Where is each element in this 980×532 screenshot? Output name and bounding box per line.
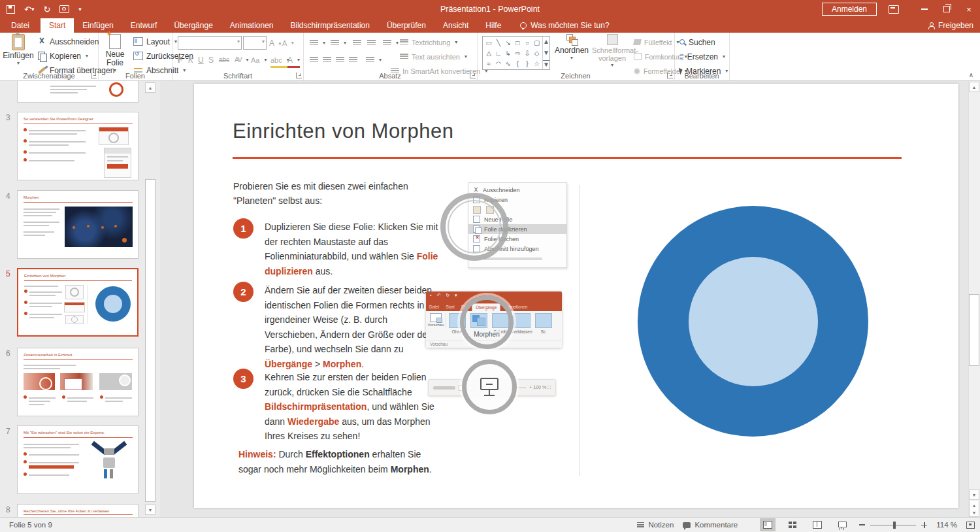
next-slide-button[interactable]: ▼ [969,508,979,517]
clipboard-dialog-launcher[interactable] [91,73,97,78]
scroll-down-icon[interactable]: ▼ [543,49,549,56]
scrollbar-thumb[interactable] [145,179,155,502]
change-case-button[interactable]: Aa [251,54,267,66]
justify-button[interactable] [349,54,357,66]
align-center-button[interactable] [323,54,331,66]
zoom-in-button[interactable] [921,522,927,528]
thumbnail-scrollbar[interactable]: ▲ ▼ [145,81,156,517]
replace-button[interactable]: abacErsetzen [679,50,725,63]
shape-right-brace-icon[interactable]: } [523,58,532,69]
character-spacing-button[interactable]: AV [235,54,248,66]
tab-datei[interactable]: Datei [0,18,41,33]
shape-elbow-icon[interactable]: ∟ [494,48,504,58]
tab-ansicht[interactable]: Ansicht [434,18,477,33]
grow-font-button[interactable]: A▲ [269,37,282,49]
bold-button[interactable]: F [178,54,182,66]
tab-einfuegen[interactable]: Einfügen [74,18,122,33]
drawing-dialog-launcher[interactable] [667,73,673,78]
font-dialog-launcher[interactable] [296,73,302,78]
more-shapes-icon[interactable]: ▼ [543,60,549,68]
scroll-up-button[interactable]: ▲ [145,82,155,93]
shape-rounded-rectangle-icon[interactable]: ▢ [532,37,542,48]
scroll-down-button[interactable]: ▼ [145,505,155,515]
shape-elbow-arrow-icon[interactable]: ↳ [503,48,513,58]
slideshow-view-button[interactable] [834,518,850,531]
slide-sorter-view-button[interactable] [785,518,800,531]
canvas-scrollbar[interactable]: ▲ ▼ ▲ ▼ [968,81,980,517]
text-shadow-button[interactable]: S [208,54,214,66]
scroll-up-button[interactable]: ▲ [969,82,979,92]
slide-title[interactable]: Einrichten von Morphen [233,120,453,143]
zoom-slider[interactable] [870,525,916,525]
tell-me-box[interactable]: Was möchten Sie tun? [512,18,617,33]
tab-animationen[interactable]: Animationen [221,18,282,33]
zoom-out-button[interactable] [859,524,865,525]
shape-arc-icon[interactable]: ◠ [494,58,504,69]
slide-thumbnail-7[interactable]: Mit "Sie wünschen" sind Sie sofort ein E… [17,425,139,494]
paste-button[interactable]: Einfügen ▾ [4,34,33,65]
shapes-gallery-scrollbar[interactable]: ▲ ▼ ▼ [542,37,549,69]
shape-scribble-icon[interactable]: ≈ [484,58,494,69]
scroll-up-icon[interactable]: ▲ [543,38,549,45]
shape-textbox-icon[interactable]: ▭ [484,37,494,48]
arrange-button[interactable]: Anordnen ▾ [554,34,589,60]
shape-fill-button[interactable]: Fülleffekt [634,36,679,48]
shape-triangle-icon[interactable]: △ [484,48,494,58]
shapes-gallery[interactable]: ▭ ╲ ↘ □ ○ ▢ △ ∟ ↳ ⇨ ⇩ ◇ ≈ ◠ ∿ { } ☆ ▲ [482,36,550,70]
tab-bildschirmpraesentation[interactable]: Bildschirmpräsentation [282,18,378,33]
zoom-slider-thumb[interactable] [893,522,896,529]
align-right-button[interactable] [336,54,344,66]
slide-thumbnail-2-partial[interactable] [17,81,139,103]
font-name-combo[interactable] [178,36,242,50]
shape-left-brace-icon[interactable]: { [513,58,523,69]
paragraph-dialog-launcher[interactable] [470,73,476,78]
strikethrough-button[interactable]: abc [219,54,229,66]
share-button[interactable]: Freigeben [928,18,973,33]
customize-qat-button[interactable]: ▾ [78,7,82,12]
text-direction-button[interactable]: Textrichtung [400,36,457,48]
scrollbar-thumb[interactable] [969,294,979,366]
normal-view-button[interactable] [760,518,776,531]
tab-hilfe[interactable]: Hilfe [477,18,510,33]
shape-star-icon[interactable]: ☆ [532,58,542,69]
screenshot-context-menu[interactable]: Ausschneiden Kopieren Neue Folie Folie d… [443,181,568,273]
save-button[interactable] [7,5,15,14]
zoom-level[interactable]: 114 % [936,521,957,529]
shape-down-arrow-icon[interactable]: ⇩ [523,48,532,58]
shape-right-arrow-icon[interactable]: ⇨ [513,48,523,58]
fit-to-window-button[interactable] [966,522,975,529]
undo-dropdown-icon[interactable]: ▾ [31,7,35,12]
font-size-combo[interactable] [243,36,267,50]
step-1[interactable]: 1 Duplizieren Sie diese Folie: Klicken S… [233,218,438,278]
find-button[interactable]: Suchen [679,36,715,48]
italic-button[interactable]: K [188,54,193,66]
close-button[interactable]: × [958,0,980,18]
redo-button[interactable]: ↻ [43,5,50,14]
quick-styles-button[interactable]: Schnellformat-vorlagen ▾ [592,34,632,67]
note-text[interactable]: Hinweis: Durch Effektoptionen erhalten S… [238,447,442,476]
slide-thumbnail-8-partial[interactable]: Recherchieren Sie, ohne Ihre Folien zu v… [17,504,139,517]
notes-button[interactable]: Notizen [637,521,674,529]
increase-indent-button[interactable] [367,37,376,49]
shape-oval-icon[interactable]: ○ [523,37,532,48]
tab-uebergaenge[interactable]: Übergänge [165,18,221,33]
highlight-color-button[interactable]: abc [270,54,289,68]
scroll-down-button[interactable]: ▼ [969,490,979,500]
columns-button[interactable] [366,54,382,66]
shape-curve-icon[interactable]: ∿ [503,58,513,69]
sign-in-button[interactable]: Anmelden [822,3,877,16]
align-left-button[interactable] [310,54,318,66]
decrease-indent-button[interactable] [353,37,361,49]
screenshot-transitions-ribbon[interactable]: ▪ ↶ ↻ ▾ Datei Start Einf Übergänge Anima… [426,291,562,354]
slide-thumbnail-5[interactable]: Einrichten von Morphen [17,268,139,337]
align-text-button[interactable]: Text ausrichten [400,50,467,63]
numbering-button[interactable] [331,37,346,49]
ribbon-display-options-button[interactable] [889,5,899,14]
bullets-button[interactable] [310,37,325,49]
tab-ueberpruefen[interactable]: Überprüfen [378,18,434,33]
shape-line-icon[interactable]: ╲ [494,37,504,48]
new-slide-button[interactable]: Neue Folie ▾ [101,34,129,73]
undo-button[interactable]: ↶▾ [24,5,34,14]
slide-thumbnail-4[interactable]: Morphen [17,190,139,259]
slide-thumbnail-3[interactable]: So verwenden Sie PowerPoint Designer [17,112,139,180]
